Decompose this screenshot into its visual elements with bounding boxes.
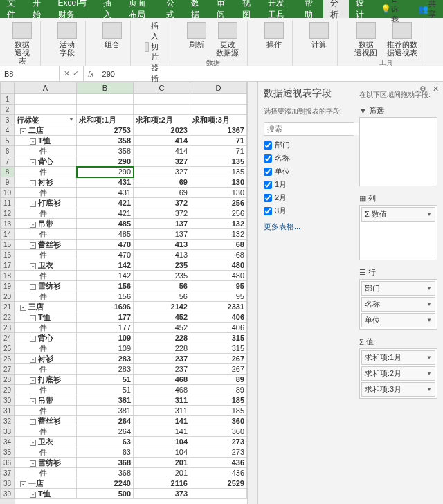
row-label[interactable]: -雪纺衫: [15, 281, 77, 291]
cell[interactable]: 360: [190, 416, 247, 426]
cell[interactable]: 185: [190, 395, 247, 406]
row-label[interactable]: -吊带: [15, 219, 77, 229]
cell[interactable]: 137: [134, 229, 190, 240]
tab-视图[interactable]: 视图: [235, 0, 261, 18]
row-label[interactable]: -三店: [15, 302, 77, 312]
row-label[interactable]: -衬衫: [15, 354, 77, 364]
cell[interactable]: 327: [134, 156, 190, 167]
cell[interactable]: 104: [134, 437, 190, 447]
expand-toggle[interactable]: -: [30, 357, 36, 363]
cell[interactable]: 237: [134, 364, 190, 375]
row-label[interactable]: [15, 94, 77, 105]
cell[interactable]: 381: [77, 395, 134, 406]
cell[interactable]: 156: [77, 281, 134, 291]
col-header-D[interactable]: D: [190, 82, 247, 94]
cell[interactable]: 63: [77, 437, 134, 447]
cell[interactable]: 368: [77, 468, 134, 478]
area-item[interactable]: 求和项:2月▼: [361, 366, 435, 381]
row-label[interactable]: 件: [15, 291, 77, 302]
cell[interactable]: 135: [190, 167, 247, 177]
row-label[interactable]: 件: [15, 229, 77, 240]
cell[interactable]: 156: [77, 291, 134, 302]
row-header[interactable]: 8: [0, 167, 15, 177]
tab-审阅[interactable]: 审阅: [210, 0, 235, 18]
tab-分析[interactable]: 分析: [323, 0, 349, 18]
row-label[interactable]: -T恤: [15, 136, 77, 146]
expand-toggle[interactable]: -: [30, 284, 36, 290]
expand-toggle[interactable]: -: [30, 159, 36, 165]
cell[interactable]: 267: [190, 354, 247, 364]
fx-label[interactable]: fx: [84, 66, 98, 81]
row-label[interactable]: 件: [15, 146, 77, 156]
field-checkbox[interactable]: 3月: [264, 204, 354, 217]
pivot-header[interactable]: 行标签▼: [15, 115, 77, 125]
tab-设计[interactable]: 设计: [349, 0, 374, 18]
cell[interactable]: 315: [190, 333, 247, 343]
cell[interactable]: 283: [77, 354, 134, 364]
row-header[interactable]: 17: [0, 260, 15, 271]
area-item[interactable]: 求和项:3月▼: [361, 382, 435, 397]
tab-开发工具[interactable]: 开发工具: [261, 0, 298, 18]
cell[interactable]: 177: [77, 323, 134, 333]
cell[interactable]: 56: [134, 291, 190, 302]
row-label[interactable]: 件: [15, 188, 77, 198]
row-header[interactable]: 11: [0, 198, 15, 208]
cell[interactable]: 421: [77, 208, 134, 219]
cell[interactable]: 132: [190, 229, 247, 240]
field-checkbox[interactable]: 2月: [264, 191, 354, 204]
cell[interactable]: 431: [77, 177, 134, 188]
expand-toggle[interactable]: -: [30, 180, 36, 186]
more-tables-link[interactable]: 更多表格...: [264, 222, 354, 232]
row-header[interactable]: 21: [0, 302, 15, 312]
row-label[interactable]: -T恤: [15, 312, 77, 323]
formula-input[interactable]: 290: [98, 66, 443, 81]
cell[interactable]: 372: [134, 208, 190, 219]
row-label[interactable]: -蕾丝衫: [15, 240, 77, 250]
field-search[interactable]: 🔍: [264, 122, 354, 136]
tab-公式[interactable]: 公式: [159, 0, 185, 18]
row-header[interactable]: 28: [0, 375, 15, 385]
expand-toggle[interactable]: -: [30, 138, 36, 145]
expand-toggle[interactable]: -: [30, 201, 36, 207]
cell[interactable]: 89: [190, 385, 247, 395]
row-header[interactable]: 3: [0, 115, 15, 125]
row-header[interactable]: 4: [0, 125, 15, 136]
cell[interactable]: 485: [77, 219, 134, 229]
cell[interactable]: 71: [190, 136, 247, 146]
expand-toggle[interactable]: -: [30, 222, 36, 228]
cell[interactable]: 109: [77, 333, 134, 343]
cell[interactable]: 142: [77, 260, 134, 271]
col-header-A[interactable]: A: [15, 82, 77, 94]
cell[interactable]: 89: [190, 375, 247, 385]
row-label[interactable]: -卫衣: [15, 437, 77, 447]
row-label[interactable]: -一店: [15, 478, 77, 489]
row-header[interactable]: 1: [0, 94, 15, 105]
expand-toggle[interactable]: -: [30, 460, 36, 467]
cell[interactable]: 2116: [134, 478, 190, 489]
cell[interactable]: 69: [134, 177, 190, 188]
cell[interactable]: 142: [77, 271, 134, 281]
cell[interactable]: 141: [134, 416, 190, 426]
cell[interactable]: 311: [134, 406, 190, 416]
row-header[interactable]: 31: [0, 406, 15, 416]
cell[interactable]: 68: [190, 240, 247, 250]
area-item[interactable]: 求和项:1月▼: [361, 350, 435, 365]
cell[interactable]: [134, 94, 190, 105]
row-header[interactable]: 39: [0, 489, 15, 499]
row-label[interactable]: -雪纺衫: [15, 458, 77, 468]
cell[interactable]: 2023: [134, 125, 190, 136]
filter-area[interactable]: [359, 117, 437, 186]
row-header[interactable]: 15: [0, 240, 15, 250]
cell[interactable]: 373: [134, 489, 190, 499]
cell[interactable]: 135: [190, 156, 247, 167]
cell[interactable]: 452: [134, 323, 190, 333]
close-icon[interactable]: ✕: [433, 84, 439, 93]
row-header[interactable]: 30: [0, 395, 15, 406]
row-header[interactable]: 10: [0, 188, 15, 198]
cell[interactable]: 470: [77, 240, 134, 250]
cell[interactable]: 436: [190, 468, 247, 478]
col-header-B[interactable]: B: [77, 82, 134, 94]
row-label[interactable]: -衬衫: [15, 177, 77, 188]
row-label[interactable]: -卫衣: [15, 260, 77, 271]
cell[interactable]: 63: [77, 447, 134, 458]
